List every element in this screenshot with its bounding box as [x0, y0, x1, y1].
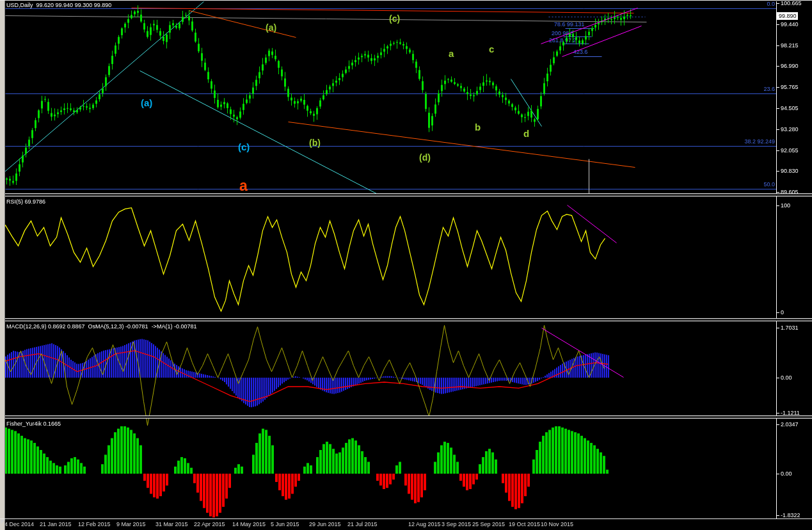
price-axis-label: 99.440: [781, 21, 799, 28]
price-axis-label: 96.990: [781, 63, 799, 70]
fisher-axis-label: -1.8322: [781, 512, 800, 519]
ohlc-high: 99.940: [56, 2, 74, 8]
price-axis-label: 98.215: [781, 42, 799, 49]
time-axis-label: 31 Mar 2015: [155, 521, 188, 528]
wave-label: (c): [389, 13, 400, 24]
wave-label: a: [239, 178, 248, 194]
wave-label: (c): [238, 141, 250, 152]
fib-level-label: 38.2 92.249: [744, 138, 775, 145]
time-axis-label: 24 Dec 2014: [1, 521, 34, 528]
price-axis-label: 89.605: [781, 189, 799, 196]
rsi-axis-label: 0: [781, 309, 784, 316]
macd-axis-label: 0.00: [781, 374, 792, 381]
symbol-period-label: USD,Daily: [6, 2, 33, 8]
time-axis-label: 3 Sep 2015: [442, 521, 471, 528]
current-price-box: 99.890: [777, 12, 798, 20]
price-axis-label: 93.280: [781, 126, 799, 133]
rsi-indicator-label: RSI(5) 69.9786: [6, 198, 45, 205]
fib-level-label: 50.0: [763, 181, 775, 188]
mt4-chart-window: 78.6 99.131200 98.5261.8 97.2423.6 USD,D…: [0, 0, 812, 530]
time-axis-label: 5 Jun 2015: [271, 521, 299, 528]
macd-axis-label: 1.7031: [781, 325, 799, 332]
price-axis-label: 95.765: [781, 84, 799, 91]
time-axis-label: 12 Aug 2015: [408, 521, 441, 528]
time-axis-label: 29 Jun 2015: [309, 521, 341, 528]
macd-indicator-label: MACD(12,26,9) 0.8692 0.8867 OsMA(5,12,3)…: [6, 323, 196, 330]
fisher-axis-label: 0.00: [781, 470, 792, 478]
rsi-axis-label: 100: [781, 202, 790, 209]
macd-axis-label: -1.1211: [781, 410, 800, 417]
wave-label: (a): [141, 97, 152, 108]
time-axis-label: 9 Mar 2015: [116, 521, 146, 528]
price-axis-label: 94.505: [781, 105, 799, 112]
time-axis-label: 25 Sep 2015: [472, 521, 505, 528]
price-axis-label: 100.665: [781, 0, 802, 7]
wave-label: (b): [309, 138, 321, 148]
price-axis-label: 90.830: [781, 168, 799, 175]
wave-label: d: [523, 128, 529, 139]
fib-level-label: 0.0: [767, 1, 775, 8]
ohlc-open: 99.620: [36, 2, 54, 8]
fib-level-label: 23.6: [763, 86, 775, 93]
time-axis-label: 10 Nov 2015: [541, 521, 573, 528]
time-axis-label: 22 Apr 2015: [194, 521, 225, 528]
time-axis-label: 14 May 2015: [232, 521, 266, 528]
wave-label: b: [475, 122, 481, 132]
wave-label: (a): [266, 22, 276, 33]
wave-label: c: [489, 44, 494, 54]
time-axis-label: 21 Jul 2015: [347, 521, 378, 528]
fisher-axis-label: 2.0347: [781, 421, 799, 428]
time-axis-label: 12 Feb 2015: [78, 521, 111, 528]
text-labels-layer: USD,Daily 99.620 99.940 99.300 99.890 RS…: [0, 0, 812, 530]
time-axis-label: 21 Jan 2015: [40, 521, 72, 528]
price-axis-label: 92.055: [781, 147, 799, 154]
wave-label: (d): [419, 152, 431, 163]
ohlc-close: 99.890: [94, 2, 112, 8]
ohlc-low: 99.300: [75, 2, 93, 8]
wave-label: a: [449, 48, 454, 59]
time-axis-label: 19 Oct 2015: [509, 521, 540, 528]
chart-title: USD,Daily 99.620 99.940 99.300 99.890: [6, 2, 111, 9]
fisher-indicator-label: Fisher_Yur4ik 0.1665: [6, 421, 61, 428]
